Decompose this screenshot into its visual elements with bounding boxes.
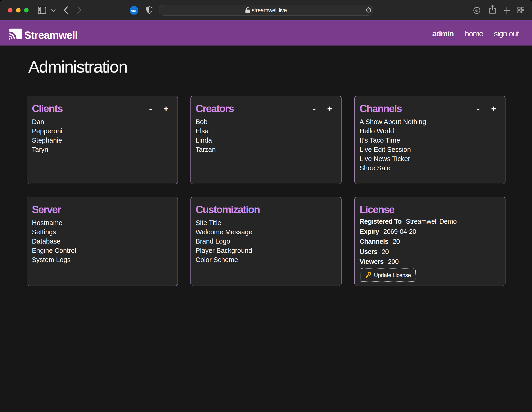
svg-text:ABP: ABP xyxy=(131,9,137,12)
